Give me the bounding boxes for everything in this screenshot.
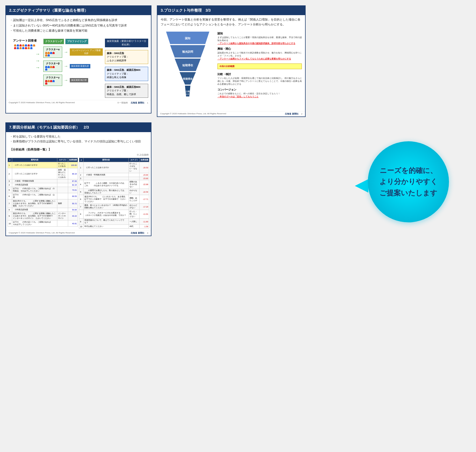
cluster-alpha-tag: エンゲージメント アップ最優先群	[70, 48, 103, 56]
svg-text:人口増加: 人口増加	[184, 90, 191, 93]
left-table: # 質問内容 カテゴリ 効果指標 1 に行ったことはありますか 行ったことがある…	[8, 158, 78, 229]
bullet-2: まだ認知されていない30代〜40代女性の消費者層にはSNS広告で映える写真等で訴…	[10, 23, 147, 28]
factor-bullet-2: 効果指標がプラスの項目は認知に寄与している項目、マイナスの項目は認知に寄与しにく…	[10, 139, 147, 144]
negative-table: # 質問内容 カテゴリ 効果指標 1 に行ったことはありますか 行ったことはない…	[79, 158, 149, 229]
table-row: 9 遊去1年のうち、 に関する情報に接触したことはありますか、ある場合、以下での…	[8, 212, 78, 220]
funnel-desc-2: 興味・関心 認知度が向上することで観光での来訪者数を増加させ、魅力を知り、興味関…	[217, 47, 302, 60]
bubble-tail	[355, 179, 368, 193]
diagram-left: アンケート回答者 → → →	[9, 39, 41, 98]
arrow-alpha: →	[64, 50, 68, 55]
survey-label: アンケート回答者	[13, 39, 37, 43]
cluster-beta-row: クラスターβ → 施策展開 最優先群	[43, 61, 103, 72]
bottom-row: 7.要因分析結果（モデル1 認知要因分析） 2/3 村を認知している要因を可視化…	[5, 122, 471, 236]
project-copyright: Copyright © 2020 Hokkaido Shimbun Press,…	[160, 112, 226, 115]
project-subtitle: 今回、アンケート収集と分析を実施する背景を整理する。例えば「関係人口増加」を目的…	[157, 15, 305, 29]
exec-footer: Copyright © 2020 Hokkaido Shimbun Press,…	[6, 100, 151, 105]
project-footer: Copyright © 2020 Hokkaido Shimbun Press,…	[157, 111, 305, 116]
factor-company: 北海道 新聞社	[131, 232, 144, 235]
link-4: →本当のゴールは「定住」してもらうこと	[217, 95, 302, 98]
bubble-circle: ニーズを的確に、 より分かりやすく ご提案いたします	[368, 141, 449, 222]
split-table: # 質問内容 カテゴリ 効果指標 1 に行ったことはありますか 行ったことがある…	[6, 158, 151, 230]
exec-copyright: Copyright © 2020 Hokkaido Shimbun Press,…	[9, 101, 75, 104]
bubble-area: ニーズを的確に、 より分かりやすく ご提案いたします	[157, 122, 471, 230]
clustering-label: クラスタリング	[43, 39, 64, 44]
project-page: 2	[301, 113, 302, 115]
cluster-alpha-box: クラスターα	[43, 46, 62, 58]
funnel-desc-4: コンバージョン これまでの経験をもとに、村への移住・定住を決定してもらう！ →本…	[217, 88, 302, 98]
factor-title: 7.要因分析結果（モデル1 認知要因分析） 2/3	[6, 123, 151, 132]
factor-footer: Copyright © 2020 Hokkaido Shimbun Press,…	[6, 230, 151, 236]
svg-text:観光訪問: 観光訪問	[182, 50, 193, 53]
table-row: 3 -23.80	[79, 177, 149, 180]
results-label: 【分析結果（効果指標一覧）】	[6, 146, 151, 153]
funnel-desc-1: 認知 まずは認知してもらうことが重要！現状の認知具合を分析、最適な媒体、手法で村…	[217, 32, 302, 45]
bullet-3: 可視化した消費者層ごとに最適な媒体で施策を実施可能	[10, 28, 147, 33]
bubble-text: ニーズを的確に、 より分かりやすく ご提案いたします	[374, 160, 443, 204]
diagram-right: 施策実施案（要因分析/クラスター分析結果） 媒体：SNS広告 クリエイティブ案：…	[105, 39, 148, 98]
svg-text:移住定住: 移住定住	[184, 93, 191, 95]
exec-excerpt: ※一部抜粋	[117, 101, 128, 104]
table-row: 1 に行ったことはありますか 行ったことはない・もない -20.53	[79, 162, 149, 173]
bullet-1: 認知層は一定以上存在、SNS広告でふるさと納税など多角的な関係構築を訴求	[10, 18, 147, 23]
svg-text:短期滞在: 短期滞在	[182, 64, 193, 67]
media-box-2: 媒体：SNS広告、紙面広告MIX クリエイティブ案： 綺麗な映える画像	[105, 67, 148, 81]
top-labels: クラスタリング プロファイリング	[43, 39, 103, 44]
funnel-desc-3: 比較・検討 ファン化した人が短期・長期滞在を通じて他の自治体と比較検討し、村の魅…	[217, 72, 302, 86]
table-row: 10 以下の の件の品々うち、ご経験があれば それ以下してください 40.81	[8, 220, 78, 227]
table-row: 5 の質問でお選びしたら、取り組みとしては、至福なしてもらって わからない -2…	[79, 189, 149, 195]
cluster-beta-tag: 施策展開 最優先群	[70, 64, 90, 68]
table-row: 10 年代を教えてください 40代 -1.56	[79, 225, 149, 229]
project-company: 北海道 新聞社	[285, 112, 298, 115]
top-note: ※上位抜粋	[137, 153, 149, 157]
svg-text:認知: 認知	[185, 37, 190, 40]
positive-table: # 質問内容 カテゴリ 効果指標 1 に行ったことはありますか 行ったことがある…	[8, 158, 78, 227]
factor-page: 3	[147, 232, 148, 234]
cluster-alpha-row: クラスターα → エンゲージメント アップ最優先群	[43, 46, 103, 58]
svg-text:長期滞在: 長期滞在	[183, 78, 193, 80]
people-icons	[14, 44, 36, 49]
cluster-gamma-tag: 施策展開 検討群	[70, 78, 88, 82]
table-row: 8 の特産品認知題 54.64	[8, 208, 78, 212]
funnel-visual: 認知 観光訪問 短期滞在 長期滞在 人口増加 移住定住	[161, 32, 215, 108]
arrow-gamma: →	[64, 78, 68, 83]
cluster-gamma-row: クラスターγ → 施策展開 検討群	[43, 75, 103, 86]
media-box-3: 媒体：SNS広告、紙面広告MIX クリエイティブ案： 特産品、自然、癒しで訴求	[105, 84, 148, 98]
table-row: 2 に行ったことはありますか 旅客・温泉などに行ったことはある 89.15	[8, 168, 78, 179]
link-2: →アンケート結果からファン化してもらうために必要な要素を明らかにする	[217, 57, 302, 60]
top-row: 2.エグゼクティブサマリ（重要な論点を整理） 認知層は一定以上存在、SNS広告で…	[5, 5, 471, 117]
media-box-1: 媒体：SNS広告 クリエイティブ案： ふるさと納税誘導	[105, 50, 148, 64]
table-row: 2 の放送・特地観光知識 -23.80	[79, 173, 149, 177]
table-row: 5 以下の の件の品々うち、ご経験があれば の特産品 それ以下してください 73…	[8, 187, 78, 193]
diagram-center: クラスタリング プロファイリング クラスターα	[43, 39, 103, 98]
exec-summary-title: 2.エグゼクティブサマリ（重要な論点を整理）	[6, 6, 151, 15]
project-card: 3.プロジェクト与件整理 3/3 今回、アンケート収集と分析を実施する背景を整理…	[157, 5, 306, 117]
funnel-descriptions: 認知 まずは認知してもらうことが重要！現状の認知具合を分析、最適な媒体、手法で村…	[217, 32, 302, 108]
factor-card: 7.要因分析結果（モデル1 認知要因分析） 2/3 村を認知している要因を可視化…	[5, 122, 151, 236]
exec-summary-bullets: 認知層は一定以上存在、SNS広告でふるさと納税など多角的な関係構築を訴求 まだ認…	[6, 15, 151, 36]
profiling-label: プロファイリング	[65, 39, 88, 44]
table-row: 7 番視、前々によくいきますか？ 1年間の平均的の 回数を教えてください ほとん…	[79, 204, 149, 210]
table-row: 6 以下の の件の品々うち、ご経験があれば 山楽 69.53	[8, 193, 78, 199]
cluster-gamma-box: クラスターγ	[43, 75, 62, 86]
speech-bubble: ニーズを的確に、 より分かりやすく ご提案いたします	[355, 141, 449, 222]
table-row: 4 以下で ふるさと納税・その辺の品々のは、これ のはありますはがいいつでも 経…	[79, 180, 149, 189]
exec-summary-card: 2.エグゼクティブサマリ（重要な論点を整理） 認知層は一定以上存在、SNS広告で…	[5, 5, 151, 113]
table-row: 6 遠去1年のうち、 にいきまいたら、ある場合、以下でのこの媒体で 以下でのの媒…	[79, 195, 149, 204]
project-title: 3.プロジェクト与件整理 3/3	[157, 6, 305, 15]
table-row: 3 の放送・特地観光知識 67.63	[8, 179, 78, 183]
table-row: 4 の特産品認知題 82.15	[8, 183, 78, 187]
cluster-beta-box: クラスターβ	[43, 61, 62, 72]
exec-page: 1	[147, 102, 148, 104]
link-1: →アンケート結果から認知具合や今後の認知訴求媒体、訴求内容を明らかにする	[217, 42, 302, 45]
funnel-area: 認知 観光訪問 短期滞在 長期滞在 人口増加 移住定住	[157, 29, 305, 111]
implementation-label: 施策実施案（要因分析/クラスター分析結果）	[105, 39, 148, 47]
factor-copyright: Copyright © 2020 Hokkaido Shimbun Press,…	[9, 232, 75, 235]
factor-bullets: 村を認知している要因を可視化した 効果指標がプラスの項目は認知に寄与している項目…	[6, 132, 151, 146]
right-table: # 質問内容 カテゴリ 効果指標 1 に行ったことはありますか 行ったことはない…	[79, 158, 149, 229]
table-row: 1 に行ったことはありますか 行ったことがある 100.00	[8, 162, 78, 168]
analysis-range: 今回の分析範囲	[217, 63, 302, 69]
exec-company: 北海道 新聞社	[131, 101, 144, 104]
table-row: 9 音楽音楽のについて、教えてくれだ！いってでも？ 一人散し -11.80	[79, 219, 149, 225]
factor-bullet-1: 村を認知している要因を可視化した	[10, 134, 147, 139]
page-container: 2.エグゼクティブサマリ（重要な論点を整理） 認知層は一定以上存在、SNS広告で…	[0, 0, 476, 242]
